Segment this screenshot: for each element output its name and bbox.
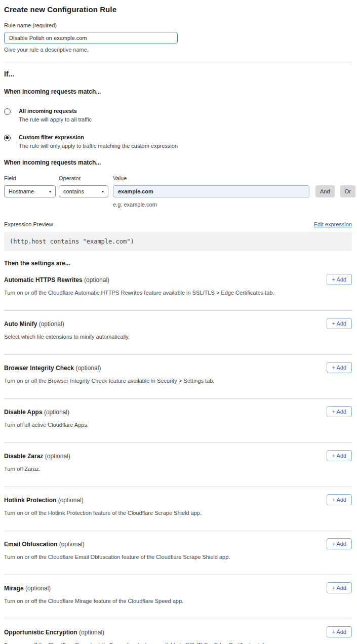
add-button[interactable]: + Add [327, 582, 352, 593]
add-button[interactable]: + Add [327, 538, 352, 549]
add-button[interactable]: + Add [327, 274, 352, 285]
then-settings-heading: Then the settings are... [4, 260, 352, 267]
expression-builder-row: Field Hostname ▾ Operator contains ▾ Val… [4, 175, 352, 208]
radio-description: The rule will only apply to traffic matc… [19, 143, 178, 149]
setting-mirage: Mirage (optional) + Add Turn on or off t… [4, 575, 352, 619]
setting-description: Turn on or off the Cloudflare Mirage fea… [4, 598, 352, 619]
setting-title: Auto Minify (optional) [4, 318, 64, 328]
radio-custom-filter-expression[interactable]: Custom filter expression The rule will o… [4, 134, 352, 149]
setting-disable-zaraz: Disable Zaraz (optional) + Add Turn off … [4, 443, 352, 487]
setting-browser-integrity-check: Browser Integrity Check (optional) + Add… [4, 355, 352, 399]
setting-optional-tag: (optional) [59, 541, 85, 548]
add-button[interactable]: + Add [327, 494, 352, 505]
setting-name: Automatic HTTPS Rewrites [4, 276, 83, 284]
chevron-down-icon: ▾ [102, 189, 104, 194]
setting-title: Disable Zaraz (optional) [4, 450, 70, 460]
rule-name-label: Rule name (required) [4, 22, 352, 28]
setting-name: Mirage [4, 585, 24, 592]
setting-email-obfuscation: Email Obfuscation (optional) + Add Turn … [4, 531, 352, 575]
or-button[interactable]: Or [340, 185, 355, 197]
rule-name-helper: Give your rule a descriptive name. [4, 47, 352, 53]
setting-name: Disable Zaraz [4, 453, 43, 460]
setting-description: Turn on or off the Cloudflare Email Obfu… [4, 554, 352, 575]
setting-optional-tag: (optional) [84, 276, 109, 284]
page-title: Create new Configuration Rule [4, 5, 352, 14]
create-configuration-rule-page: Create new Configuration Rule Rule name … [0, 0, 357, 644]
value-helper: e.g. example.com [113, 202, 355, 208]
add-button[interactable]: + Add [327, 626, 352, 637]
radio-description: The rule will apply to all traffic [19, 116, 92, 123]
edit-expression-link[interactable]: Edit expression [314, 221, 352, 227]
radio-icon[interactable] [4, 108, 11, 115]
setting-title: Hotlink Protection (optional) [4, 494, 84, 504]
setting-optional-tag: (optional) [45, 453, 70, 460]
setting-title: Email Obfuscation (optional) [4, 538, 85, 548]
add-button[interactable]: + Add [327, 450, 352, 461]
add-button[interactable]: + Add [327, 318, 352, 329]
setting-title: Automatic HTTPS Rewrites (optional) [4, 274, 109, 284]
and-button[interactable]: And [315, 185, 335, 197]
setting-description: Turn on or off the Hotlink Protection fe… [4, 510, 352, 531]
setting-description: Select which file extensions to minify a… [4, 334, 352, 354]
expression-preview-code: (http.host contains "example.com") [4, 232, 352, 251]
setting-optional-tag: (optional) [39, 320, 64, 328]
setting-name: Disable Apps [4, 409, 43, 416]
value-label: Value [113, 175, 355, 181]
setting-description: Turn on or off the Browser Integrity Che… [4, 378, 352, 398]
add-button[interactable]: + Add [327, 362, 352, 373]
radio-label: All incoming requests [19, 108, 92, 114]
setting-auto-minify: Auto Minify (optional) + Add Select whic… [4, 311, 352, 355]
setting-description: Turn on or off the Cloudflare Automatic … [4, 290, 352, 310]
field-select[interactable]: Hostname ▾ [4, 185, 56, 197]
setting-description: Turn off Zaraz. [4, 466, 352, 487]
radio-all-incoming-requests[interactable]: All incoming requests The rule will appl… [4, 108, 352, 123]
setting-opportunistic-encryption: Opportunistic Encryption (optional) + Ad… [4, 619, 352, 644]
setting-description: Turn off all active Cloudflare Apps. [4, 422, 352, 442]
field-select-value: Hostname [9, 188, 34, 194]
setting-name: Hotlink Protection [4, 497, 56, 504]
setting-automatic-https-rewrites: Automatic HTTPS Rewrites (optional) + Ad… [4, 267, 352, 311]
radio-icon[interactable] [4, 135, 11, 141]
if-heading: If... [4, 70, 352, 78]
add-button[interactable]: + Add [327, 406, 352, 417]
rule-name-input[interactable] [4, 32, 178, 44]
setting-optional-tag: (optional) [25, 585, 51, 592]
setting-name: Auto Minify [4, 320, 37, 328]
expression-builder-heading: When incoming requests match... [4, 159, 352, 166]
value-input[interactable] [113, 185, 309, 197]
setting-name: Opportunistic Encryption [4, 629, 77, 636]
divider [4, 62, 352, 62]
setting-optional-tag: (optional) [58, 497, 84, 504]
setting-hotlink-protection: Hotlink Protection (optional) + Add Turn… [4, 487, 352, 531]
setting-optional-tag: (optional) [79, 629, 104, 636]
incoming-requests-match-heading: When incoming requests match... [4, 88, 352, 95]
setting-title: Disable Apps (optional) [4, 406, 69, 416]
setting-name: Browser Integrity Check [4, 365, 74, 372]
expression-preview-label: Expression Preview [4, 221, 53, 227]
operator-column: Operator contains ▾ [59, 175, 113, 208]
radio-label: Custom filter expression [19, 134, 178, 140]
field-label: Field [4, 175, 59, 181]
chevron-down-icon: ▾ [49, 189, 51, 194]
operator-select-value: contains [63, 188, 84, 194]
setting-title: Mirage (optional) [4, 582, 51, 592]
setting-disable-apps: Disable Apps (optional) + Add Turn off a… [4, 399, 352, 443]
field-column: Field Hostname ▾ [4, 175, 59, 208]
setting-optional-tag: (optional) [75, 365, 101, 372]
operator-label: Operator [59, 175, 113, 181]
setting-title: Browser Integrity Check (optional) [4, 362, 101, 372]
value-column: Value And Or e.g. example.com [113, 175, 355, 208]
setting-title: Opportunistic Encryption (optional) [4, 626, 104, 636]
setting-optional-tag: (optional) [44, 409, 69, 416]
setting-name: Email Obfuscation [4, 541, 57, 548]
setting-description: Turn on or off the Cloudflare Opportunis… [4, 642, 352, 644]
operator-select[interactable]: contains ▾ [59, 185, 108, 197]
